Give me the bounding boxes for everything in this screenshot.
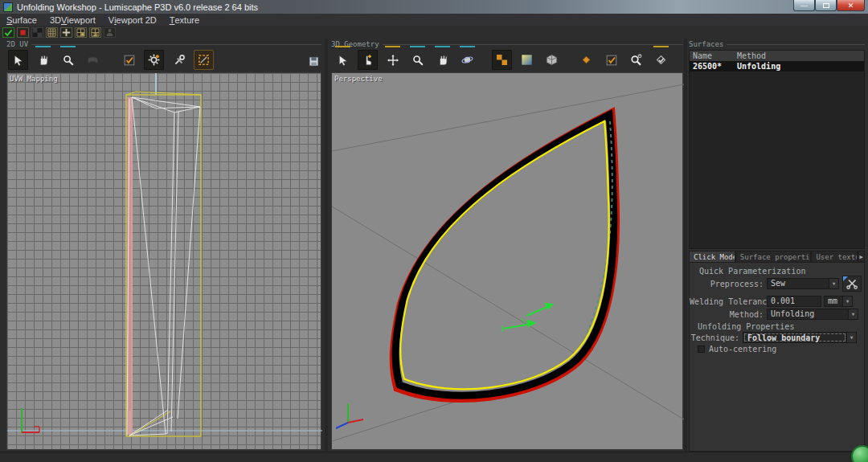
record-stop-icon[interactable] — [17, 27, 29, 38]
transform-controller-icon[interactable] — [83, 50, 103, 70]
menu-surface[interactable]: Surface — [0, 14, 43, 26]
validate-checkbox-icon[interactable] — [601, 50, 621, 70]
chevron-down-icon: ▼ — [848, 309, 858, 319]
checker-texture-icon[interactable] — [492, 50, 512, 70]
chevron-down-icon: ▼ — [829, 279, 838, 288]
uv-wireframe-overlay — [7, 73, 322, 451]
pan-hand-icon[interactable] — [33, 50, 53, 70]
gradient-background-icon[interactable] — [517, 50, 537, 70]
technique-select[interactable]: Follow boundary ▼ — [743, 332, 857, 343]
tab-scroll-arrow[interactable]: ▶ — [858, 251, 865, 262]
notification-badge-icon[interactable] — [851, 445, 868, 462]
app-icon — [3, 2, 13, 12]
flyout-flag-icon — [843, 276, 848, 281]
surface-name-cell: 26500* — [690, 61, 734, 72]
zoom-magnifier-icon[interactable] — [407, 50, 428, 70]
grid-ten-icon[interactable] — [89, 27, 101, 38]
zoom-magnifier-icon[interactable] — [58, 50, 78, 70]
select-cursor-icon[interactable] — [8, 50, 28, 70]
grid-display-icon[interactable] — [46, 27, 58, 38]
menu-bar: Surface 3D Viewport Viewport 2D Texture — [0, 14, 868, 26]
column-header-name[interactable]: Name — [690, 51, 734, 61]
zoom-power-icon[interactable] — [626, 50, 646, 70]
validate-checkbox-icon[interactable] — [119, 50, 139, 70]
surfaces-panel-title: Surfaces — [689, 40, 865, 48]
move-cross-icon[interactable] — [383, 50, 403, 70]
uv-toolbar — [8, 50, 214, 70]
pan-hand-icon[interactable] — [432, 50, 452, 70]
column-header-method[interactable]: Method — [734, 51, 864, 61]
texture-checker-icon[interactable] — [31, 27, 43, 38]
panel-splitter-left[interactable] — [325, 39, 328, 452]
menu-3d-viewport[interactable]: 3D Viewport — [43, 14, 102, 26]
menu-texture[interactable]: Texture — [163, 14, 206, 26]
perspective-viewport[interactable]: Perspective — [331, 72, 683, 450]
technique-label: Technique: — [690, 333, 739, 342]
table-row[interactable]: 26500* Unfolding — [690, 61, 864, 72]
auto-centering-checkbox[interactable] — [698, 345, 705, 353]
orbit-icon[interactable] — [457, 50, 477, 70]
selection-dashed-square-icon[interactable] — [194, 50, 214, 70]
window-title-bar[interactable]: Unfolding Workshop - Lumiscaphe P3D v6.0… — [0, 0, 868, 14]
surface-method-cell: Unfolding — [734, 61, 864, 72]
chevron-down-icon: ▼ — [846, 333, 856, 342]
maximize-button[interactable] — [815, 0, 837, 11]
cut-scissors-button[interactable] — [842, 276, 862, 292]
apply-check-icon[interactable] — [2, 27, 14, 38]
menu-viewport-2d[interactable]: Viewport 2D — [102, 14, 163, 26]
tab-user-textures[interactable]: User textu — [811, 251, 858, 262]
status-bar — [0, 452, 868, 462]
uv-panel-title: 2D UV — [6, 40, 321, 48]
grid-image-icon[interactable] — [75, 27, 87, 38]
unfolding-properties-group-label: Unfolding Properties — [698, 322, 794, 331]
quick-parameterization-group-label: Quick Parameterization — [699, 267, 805, 276]
properties-tabs: Click Mode Surface properties User textu… — [689, 251, 865, 262]
user-profile-icon[interactable] — [104, 27, 116, 38]
tools-wrench-icon[interactable] — [169, 50, 189, 70]
save-disk-icon[interactable] — [304, 51, 324, 72]
render-gear-icon[interactable] — [144, 50, 164, 70]
main-toolbar — [0, 26, 868, 39]
minimize-button[interactable]: — — [793, 0, 815, 11]
geometry-toolbar — [333, 50, 671, 70]
surfaces-header-row: Name Method — [690, 51, 864, 61]
method-label: Method: — [690, 310, 764, 319]
cube-view-icon[interactable] — [542, 50, 562, 70]
welding-tolerance-label: Welding Tolerance: — [690, 297, 764, 306]
tab-click-mode[interactable]: Click Mode — [689, 251, 735, 262]
window-title: Unfolding Workshop - Lumiscaphe P3D v6.0… — [17, 2, 258, 12]
leaf-surface-overlay — [332, 73, 684, 451]
scissors-icon — [846, 278, 858, 289]
method-select[interactable]: Unfolding ▼ — [767, 309, 858, 320]
tab-surface-properties[interactable]: Surface properties — [735, 251, 812, 262]
uv-viewport-label: UVW Mapping — [10, 75, 58, 83]
perspective-viewport-label: Perspective — [334, 75, 383, 83]
select-cursor-icon[interactable] — [333, 50, 353, 70]
preprocess-select[interactable]: Sew ▼ — [767, 278, 839, 289]
close-button[interactable]: ✕ — [837, 0, 865, 11]
auto-centering-label: Auto-centering — [709, 345, 776, 354]
pick-hand-icon[interactable] — [358, 50, 378, 70]
diamond-snap-icon[interactable] — [576, 50, 596, 70]
surfaces-table: Name Method 26500* Unfolding — [689, 50, 865, 249]
unfold-diamond-check-icon[interactable] — [651, 50, 671, 70]
geometry-panel-title: 3D Geometry — [331, 40, 683, 48]
tolerance-unit-select[interactable]: mm ▼ — [824, 296, 853, 307]
uv-viewport[interactable]: UVW Mapping — [6, 72, 321, 450]
preprocess-label: Preprocess: — [690, 280, 764, 288]
grid-add-icon[interactable] — [60, 27, 72, 38]
welding-tolerance-input[interactable]: 0.001 — [767, 296, 821, 307]
click-mode-panel: Quick Parameterization Preprocess: Sew ▼… — [689, 262, 865, 452]
chevron-down-icon: ▼ — [842, 296, 852, 306]
panel-splitter-right[interactable] — [684, 39, 687, 452]
